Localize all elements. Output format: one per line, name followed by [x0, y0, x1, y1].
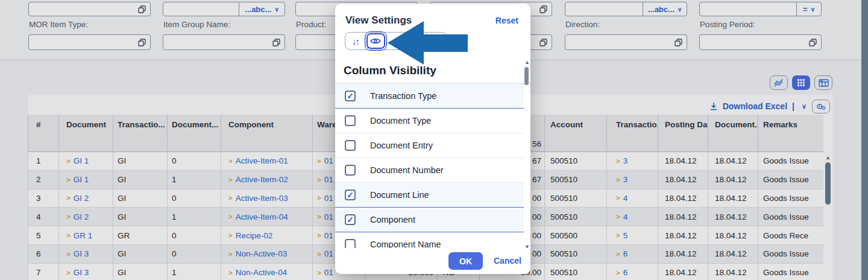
- column-label: Document Entry: [370, 141, 433, 150]
- cancel-button[interactable]: Cancel: [494, 256, 521, 266]
- checkbox[interactable]: [345, 91, 356, 101]
- sort-icon: ↓↑: [352, 36, 359, 46]
- column-visibility-item[interactable]: Component Name: [335, 232, 524, 248]
- scrollbar-thumb[interactable]: [524, 67, 529, 85]
- scroll-up-icon[interactable]: ▲: [524, 59, 530, 65]
- checkbox[interactable]: [345, 214, 356, 225]
- dialog-scrollbar[interactable]: ▲ ▼: [524, 59, 530, 251]
- checkbox[interactable]: [345, 239, 356, 248]
- column-label: Component Name: [370, 240, 441, 248]
- reset-button[interactable]: Reset: [495, 16, 518, 25]
- ok-button[interactable]: OK: [448, 252, 483, 270]
- column-visibility-item[interactable]: Document Type: [335, 109, 524, 133]
- tab-column-visibility[interactable]: [366, 33, 386, 49]
- checkbox[interactable]: [345, 165, 356, 176]
- column-label: Transaction Type: [370, 91, 436, 101]
- column-label: Component: [370, 215, 415, 224]
- column-visibility-list: Transaction Type Document Type Document …: [335, 84, 524, 248]
- app-window: MOR Item Type: ...abc...∨ Item Group Nam…: [0, 0, 868, 280]
- eye-icon: [370, 37, 381, 45]
- column-visibility-item[interactable]: Document Number: [335, 158, 524, 183]
- column-visibility-heading: Column Visibility: [344, 64, 436, 77]
- dialog-footer: OK Cancel: [335, 248, 530, 274]
- annotation-arrow-icon: [385, 18, 469, 66]
- column-label: Document Line: [370, 190, 429, 200]
- tab-sort[interactable]: ↓↑: [345, 33, 366, 49]
- checkbox[interactable]: [345, 140, 356, 151]
- column-visibility-item[interactable]: Document Entry: [335, 133, 524, 158]
- checkbox[interactable]: [345, 115, 356, 126]
- column-visibility-item[interactable]: Component: [335, 208, 524, 232]
- column-visibility-item[interactable]: Transaction Type: [335, 84, 524, 109]
- column-visibility-item[interactable]: Document Line: [335, 183, 524, 208]
- column-label: Document Type: [370, 116, 431, 126]
- column-label: Document Number: [370, 165, 444, 175]
- checkbox[interactable]: [345, 189, 356, 200]
